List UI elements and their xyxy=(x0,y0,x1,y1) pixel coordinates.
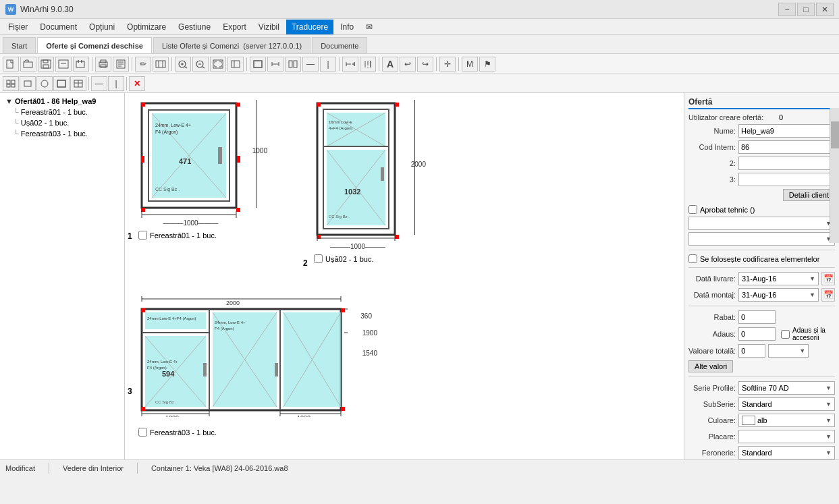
subserie-dropdown[interactable]: Standard ▼ xyxy=(738,397,835,411)
menu-info[interactable]: Info xyxy=(335,20,359,34)
mini-hline-btn[interactable]: — xyxy=(91,76,107,91)
menu-gestiune[interactable]: Gestiune xyxy=(173,20,216,34)
edit-btn[interactable]: ✏ xyxy=(135,57,151,72)
mini-grid-btn[interactable] xyxy=(3,76,19,91)
aprobat-tehnic-checkbox[interactable] xyxy=(688,205,697,214)
close-button[interactable]: ✕ xyxy=(816,3,834,16)
save-btn[interactable] xyxy=(38,57,54,72)
serie-profile-label: Serie Profile: xyxy=(688,384,736,392)
field2-input[interactable] xyxy=(738,157,837,170)
field3-input[interactable] xyxy=(738,173,837,186)
flag-btn[interactable]: ⚑ xyxy=(479,57,495,72)
currency-dropdown[interactable]: ▼ xyxy=(768,344,809,358)
data-livrare-dropdown[interactable]: 31-Aug-16 ▼ xyxy=(738,272,819,285)
adaus-accesorii-checkbox[interactable] xyxy=(781,330,790,339)
text-btn[interactable]: A xyxy=(382,57,398,72)
placare-dropdown[interactable]: ▼ xyxy=(738,430,835,443)
adaus-input[interactable] xyxy=(738,327,776,341)
scroll-thumb[interactable] xyxy=(831,121,839,148)
minimize-button[interactable]: − xyxy=(778,3,796,16)
dropdown-1[interactable]: ▼ xyxy=(688,217,835,230)
cross-btn[interactable]: ✛ xyxy=(439,57,456,72)
maximize-button[interactable]: □ xyxy=(797,3,815,16)
mini-rect-btn[interactable] xyxy=(20,76,36,91)
tree-item-3[interactable]: └ Fereastră03 - 1 buc. xyxy=(3,128,121,139)
tab-liste[interactable]: Liste Oferte și Comenzi (server 127.0.0.… xyxy=(153,37,310,53)
tab-start[interactable]: Start xyxy=(3,37,36,53)
rect-btn[interactable] xyxy=(250,57,266,72)
menu-document[interactable]: Document xyxy=(34,20,82,34)
drawing-checkbox-1[interactable] xyxy=(138,231,147,240)
icon5-btn[interactable] xyxy=(73,57,89,72)
toolbar-row-1: ✏ — | A ↩ ↪ ✛ M ⚑ xyxy=(0,54,839,74)
svg-rect-7 xyxy=(76,61,84,67)
mini-table-btn[interactable] xyxy=(70,76,86,91)
data-montaj-value: 31-Aug-16 xyxy=(742,291,776,299)
menu-email[interactable]: ✉ xyxy=(360,20,378,34)
mini-x-btn[interactable]: ✕ xyxy=(129,76,145,91)
svg-rect-45 xyxy=(11,80,15,84)
zoom-out-btn[interactable] xyxy=(192,57,209,72)
tab-oferte[interactable]: Oferte și Comenzi deschise xyxy=(37,37,152,53)
dim-1540: 1540 xyxy=(362,349,377,357)
redo-btn[interactable]: ↪ xyxy=(417,57,433,72)
grid-btn[interactable] xyxy=(285,57,301,72)
data-montaj-dropdown[interactable]: 31-Aug-16 ▼ xyxy=(738,288,819,302)
serie-profile-dropdown[interactable]: Softline 70 AD ▼ xyxy=(738,381,835,395)
tab-documente[interactable]: Documente xyxy=(312,37,367,53)
menu-traducere[interactable]: Traducere xyxy=(286,20,333,34)
dropdown-2[interactable]: ▼ xyxy=(688,232,835,246)
open-btn[interactable] xyxy=(20,57,36,72)
tree-item-1[interactable]: └ Fereastră01 - 1 buc. xyxy=(3,107,121,117)
feronerie-dropdown[interactable]: Standard ▼ xyxy=(738,446,835,459)
svg-text:471: 471 xyxy=(179,157,191,165)
valoare-totala-input[interactable] xyxy=(738,344,765,358)
cod-intern-label: Cod Intern: xyxy=(688,143,736,151)
svg-rect-118 xyxy=(341,407,345,411)
measure-btn[interactable] xyxy=(267,57,283,72)
svg-rect-61 xyxy=(236,103,240,107)
menu-fisier[interactable]: Fișier xyxy=(3,20,33,34)
culoare-value: alb xyxy=(757,416,826,424)
window-svg-1: 24mm, Low-E 4+ F4 (Argon) 471 CC Sig Bz … xyxy=(138,100,243,218)
drawing-checkbox-3[interactable] xyxy=(138,428,147,437)
menu-optiuni[interactable]: Opțiuni xyxy=(84,20,120,34)
data-livrare-calendar[interactable]: 📅 xyxy=(821,272,835,285)
new-btn[interactable] xyxy=(3,57,19,72)
vert-btn[interactable]: | xyxy=(320,57,336,72)
nume-input[interactable] xyxy=(738,124,837,138)
cod-intern-input[interactable] xyxy=(738,140,837,154)
view-btn[interactable] xyxy=(227,57,244,72)
half-btn[interactable]: — xyxy=(302,57,319,72)
horiz-split-btn[interactable] xyxy=(342,57,358,72)
detalii-client-btn[interactable]: Detalii client xyxy=(783,189,835,201)
menu-optimizare[interactable]: Optimizare xyxy=(121,20,171,34)
culoare-dropdown[interactable]: alb ▼ xyxy=(738,414,835,427)
settings-btn[interactable] xyxy=(153,57,169,72)
print-btn[interactable] xyxy=(95,57,111,72)
codificare-checkbox[interactable] xyxy=(688,254,697,263)
mini-rect2-btn[interactable] xyxy=(53,76,70,91)
menu-export[interactable]: Export xyxy=(217,20,252,34)
tree-root[interactable]: ▼ Ofertă01 - 86 Help_wa9 xyxy=(3,96,121,107)
undo-btn[interactable]: ↩ xyxy=(400,57,416,72)
alte-valori-btn[interactable]: Alte valori xyxy=(688,360,733,372)
data-montaj-calendar[interactable]: 📅 xyxy=(821,288,835,302)
dim-width-1: ———1000——— xyxy=(138,219,243,227)
measure2-btn[interactable]: M xyxy=(462,57,478,72)
drawing-checkbox-2[interactable] xyxy=(314,254,323,263)
rabat-input[interactable] xyxy=(738,310,776,324)
drawing-label-2: Ușă02 - 1 buc. xyxy=(314,254,402,263)
zoom-fit-btn[interactable] xyxy=(210,57,226,72)
svg-text:24mm Low-E 4+F4 (Argon): 24mm Low-E 4+F4 (Argon) xyxy=(147,316,196,320)
save2-btn[interactable] xyxy=(55,57,72,72)
menu-vizibil[interactable]: Vizibil xyxy=(253,20,285,34)
mini-circ-btn[interactable] xyxy=(36,76,53,91)
vert-split-btn[interactable] xyxy=(360,57,376,72)
mini-vline-btn[interactable]: | xyxy=(108,76,124,91)
svg-text:1000: 1000 xyxy=(165,414,179,417)
dim-height-2: 2000 xyxy=(411,161,426,168)
tree-item-2[interactable]: └ Ușă02 - 1 buc. xyxy=(3,117,121,128)
preview-btn[interactable] xyxy=(113,57,129,72)
zoom-in-btn[interactable] xyxy=(175,57,191,72)
